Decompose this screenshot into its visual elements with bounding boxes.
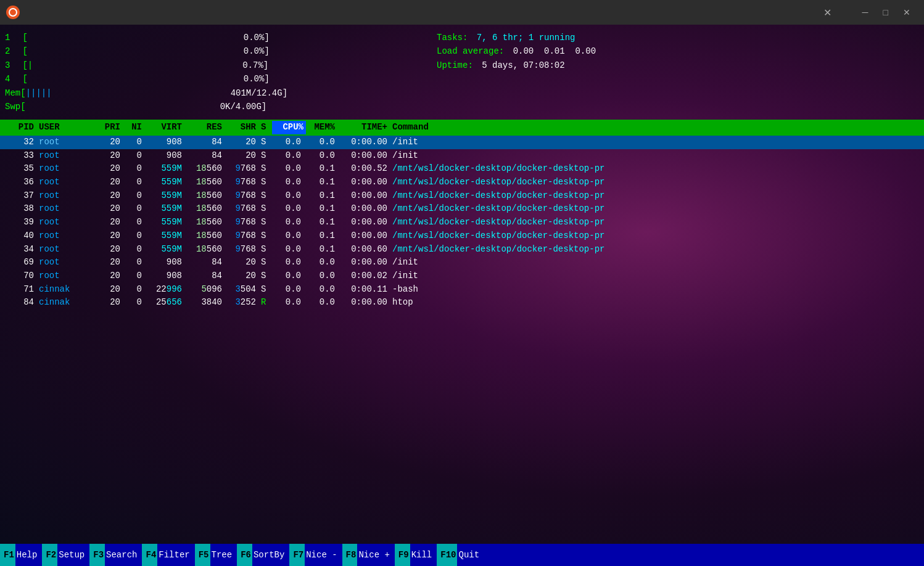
cpu3-bracket-open: [ bbox=[17, 59, 28, 72]
mem-value: 401M/12.4G] bbox=[231, 86, 287, 100]
fkey-f9[interactable]: F9 Kill bbox=[395, 544, 437, 566]
fkey-label-3: Filter bbox=[157, 544, 194, 566]
cpu4-bar bbox=[28, 72, 244, 86]
mem-meter: Mem [ ||||| 401M/12.4G] bbox=[5, 86, 412, 100]
terminal-content: 1 [ 0.0%] 2 [ 0.0%] 3 [ | bbox=[0, 25, 924, 544]
tasks-row: Tasks: 7, 6 thr; 1 running bbox=[437, 31, 919, 44]
fkey-label-4: Tree bbox=[210, 544, 237, 566]
fkey-num-5: F6 bbox=[237, 544, 252, 566]
fkey-f4[interactable]: F4 Filter bbox=[142, 544, 194, 566]
cpu1-label: 1 bbox=[5, 31, 17, 44]
load-label: Load average: bbox=[437, 44, 509, 58]
tab-dropdown-button[interactable] bbox=[848, 10, 855, 15]
cpu3-label: 3 bbox=[5, 59, 17, 72]
swp-label: Swp bbox=[5, 100, 20, 113]
swp-value: 0K/4.00G] bbox=[220, 100, 267, 113]
fkey-num-3: F4 bbox=[142, 544, 157, 566]
cpu4-label: 4 bbox=[5, 72, 17, 86]
fkey-num-4: F5 bbox=[195, 544, 210, 566]
header-time: TIME+ bbox=[340, 121, 392, 134]
swp-bracket-open: [ bbox=[20, 100, 25, 113]
header-virt: VIRT bbox=[147, 121, 187, 134]
fkey-f6[interactable]: F6 SortBy bbox=[237, 544, 289, 566]
cpu2-bracket-open: [ bbox=[17, 44, 28, 58]
fkey-f8[interactable]: F8 Nice + bbox=[342, 544, 395, 566]
uptime-row: Uptime: 5 days, 07:08:02 bbox=[437, 59, 919, 72]
fkey-f3[interactable]: F3 Search bbox=[89, 544, 142, 566]
cpu3-bar: | bbox=[28, 59, 33, 72]
table-row[interactable]: 34 root 20 0 559M 18560 9768 S 0.0 0.1 0… bbox=[0, 243, 924, 256]
table-row[interactable]: 38 root 20 0 559M 18560 9768 S 0.0 0.1 0… bbox=[0, 202, 924, 216]
header-shr: SHR bbox=[227, 121, 261, 134]
cpu3-value: 0.7%] bbox=[242, 59, 268, 72]
meters-section: 1 [ 0.0%] 2 [ 0.0%] 3 [ | bbox=[0, 30, 924, 115]
header-pri: PRI bbox=[94, 121, 125, 134]
cpu-meters: 1 [ 0.0%] 2 [ 0.0%] 3 [ | bbox=[5, 31, 412, 113]
ubuntu-icon bbox=[6, 6, 20, 19]
table-row[interactable]: 32 root 20 0 908 84 20 S 0.0 0.0 0:00.00… bbox=[0, 136, 924, 149]
add-tab-button[interactable] bbox=[838, 10, 848, 15]
header-res: RES bbox=[187, 121, 227, 134]
fkey-label-5: SortBy bbox=[252, 544, 289, 566]
header-ni: NI bbox=[125, 121, 147, 134]
cpu4-meter: 4 [ 0.0%] bbox=[5, 72, 412, 86]
table-row[interactable]: 33 root 20 0 908 84 20 S 0.0 0.0 0:00.00… bbox=[0, 149, 924, 163]
process-table: PID USER PRI NI VIRT RES SHR S CPU% MEM%… bbox=[0, 120, 924, 544]
fkey-f7[interactable]: F7 Nice - bbox=[289, 544, 342, 566]
swp-meter: Swp [ 0K/4.00G] bbox=[5, 100, 412, 113]
terminal: 1 [ 0.0%] 2 [ 0.0%] 3 [ | bbox=[0, 25, 924, 544]
fkey-num-6: F7 bbox=[289, 544, 305, 566]
table-row[interactable]: 69 root 20 0 908 84 20 S 0.0 0.0 0:00.00… bbox=[0, 256, 924, 269]
system-stats: Tasks: 7, 6 thr; 1 running Load average:… bbox=[437, 31, 919, 113]
fkey-num-9: F10 bbox=[437, 544, 457, 566]
header-user: USER bbox=[39, 121, 94, 134]
fkey-label-8: Kill bbox=[410, 544, 437, 566]
table-header: PID USER PRI NI VIRT RES SHR S CPU% MEM%… bbox=[0, 120, 924, 136]
process-rows: 32 root 20 0 908 84 20 S 0.0 0.0 0:00.00… bbox=[0, 136, 924, 310]
mem-label: Mem bbox=[5, 86, 20, 100]
fkey-label-7: Nice + bbox=[357, 544, 394, 566]
fkey-num-8: F9 bbox=[395, 544, 410, 566]
tasks-value: 7, 6 thr; 1 running bbox=[477, 31, 575, 44]
table-row[interactable]: 35 root 20 0 559M 18560 9768 S 0.0 0.1 0… bbox=[0, 162, 924, 176]
cpu2-label: 2 bbox=[5, 44, 17, 58]
table-row[interactable]: 70 root 20 0 908 84 20 S 0.0 0.0 0:00.02… bbox=[0, 269, 924, 283]
uptime-value: 5 days, 07:08:02 bbox=[482, 59, 564, 72]
load-value: 0.00 0.01 0.00 bbox=[513, 44, 596, 58]
close-window-button[interactable]: ✕ bbox=[896, 5, 918, 20]
fkey-num-7: F8 bbox=[342, 544, 358, 566]
table-row[interactable]: 84 cinnak 20 0 25656 3840 3252 R 0.0 0.0… bbox=[0, 296, 924, 310]
mem-bracket-open: [ bbox=[20, 86, 25, 100]
cpu3-fill bbox=[33, 59, 242, 72]
table-row[interactable]: 37 root 20 0 559M 18560 9768 S 0.0 0.1 0… bbox=[0, 189, 924, 203]
fkey-f1[interactable]: F1 Help bbox=[0, 544, 42, 566]
maximize-button[interactable]: □ bbox=[876, 5, 896, 20]
table-row[interactable]: 39 root 20 0 559M 18560 9768 S 0.0 0.1 0… bbox=[0, 216, 924, 229]
cpu4-value: 0.0%] bbox=[244, 72, 270, 86]
fkey-num-0: F1 bbox=[0, 544, 15, 566]
fkey-f2[interactable]: F2 Setup bbox=[42, 544, 89, 566]
header-s: S bbox=[261, 121, 272, 134]
tab-close-button[interactable]: ✕ bbox=[817, 4, 838, 21]
cpu1-bar bbox=[28, 31, 244, 44]
cpu4-bracket-open: [ bbox=[17, 72, 28, 86]
titlebar: ✕ ─ □ ✕ bbox=[0, 0, 924, 25]
fkey-num-1: F2 bbox=[42, 544, 57, 566]
load-row: Load average: 0.00 0.01 0.00 bbox=[437, 44, 919, 58]
table-row[interactable]: 71 cinnak 20 0 22996 5096 3504 S 0.0 0.0… bbox=[0, 283, 924, 297]
fkey-label-2: Search bbox=[105, 544, 142, 566]
table-row[interactable]: 40 root 20 0 559M 18560 9768 S 0.0 0.1 0… bbox=[0, 229, 924, 243]
cpu2-value: 0.0%] bbox=[244, 44, 270, 58]
mem-fill bbox=[52, 86, 231, 100]
fkey-label-1: Setup bbox=[57, 544, 89, 566]
cpu1-bracket-open: [ bbox=[17, 31, 28, 44]
fkey-f5[interactable]: F5 Tree bbox=[195, 544, 237, 566]
fkey-f10[interactable]: F10 Quit bbox=[437, 544, 484, 566]
table-row[interactable]: 36 root 20 0 559M 18560 9768 S 0.0 0.1 0… bbox=[0, 176, 924, 189]
tasks-label: Tasks: bbox=[437, 31, 473, 44]
uptime-label: Uptime: bbox=[437, 59, 478, 72]
cpu3-meter: 3 [ | 0.7%] bbox=[5, 59, 412, 72]
minimize-button[interactable]: ─ bbox=[855, 5, 876, 20]
mem-bar: ||||| bbox=[26, 86, 52, 100]
header-cpu: CPU% bbox=[272, 121, 306, 134]
